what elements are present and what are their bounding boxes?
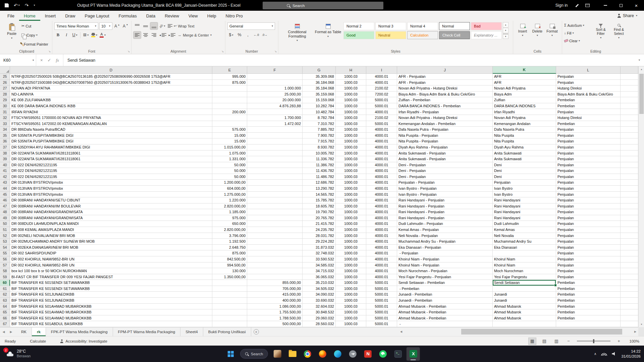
find-select-button[interactable]: Find & Select bbox=[610, 22, 627, 44]
cell-J44[interactable]: Ivan Bystro - Penjualan bbox=[397, 186, 493, 192]
cell-D53[interactable]: DR 002MUCHAMMAD ANDRY SU/NEW BRI MOB bbox=[10, 239, 212, 245]
cell-I50[interactable]: 4000.01 bbox=[366, 221, 397, 227]
cut-button[interactable]: Cut bbox=[21, 22, 48, 30]
cell-E35[interactable]: 15.000 bbox=[212, 133, 247, 139]
telegram-icon[interactable] bbox=[346, 347, 360, 361]
ribbon-tab-home[interactable]: Home bbox=[19, 11, 40, 21]
cell-D50[interactable]: DR 008DUDI LAHMUDIN/PLAZA MANDI bbox=[10, 221, 212, 227]
cell-F44[interactable] bbox=[247, 186, 303, 192]
cell-K30[interactable]: DARA BANCA INDONES bbox=[493, 103, 556, 109]
cell-L26[interactable]: Penjualan bbox=[556, 80, 621, 86]
start-button[interactable] bbox=[224, 347, 237, 361]
cell-J38[interactable]: Anita Sukmawati - Penjualan bbox=[397, 150, 493, 157]
cell-H31[interactable]: 1000.03 bbox=[336, 109, 366, 115]
cell-H30[interactable]: 1000.03 bbox=[336, 103, 366, 109]
cell-K32[interactable]: Novan Adi Priyatna bbox=[493, 115, 556, 121]
cell-J27[interactable]: Novan Adi Priyatna - Hutang Direksi bbox=[397, 85, 493, 92]
cell-J45[interactable]: Ivan Bystro - Penjualan bbox=[397, 192, 493, 198]
cell-G38[interactable]: 10.005.782 bbox=[303, 150, 336, 157]
ribbon-tab-page-layout[interactable]: Page Layout bbox=[80, 11, 114, 21]
cell-K56[interactable]: Khoirul Niam bbox=[493, 256, 556, 262]
zoom-slider-thumb[interactable] bbox=[593, 339, 594, 343]
cell-E27[interactable] bbox=[212, 85, 247, 92]
cell-F61[interactable]: 705.000,00 bbox=[247, 286, 303, 292]
cell-I48[interactable]: 4000.01 bbox=[366, 209, 397, 215]
cell-G63[interactable]: 33.690.032 bbox=[303, 298, 336, 304]
cell-G44[interactable]: 13.290.782 bbox=[303, 186, 336, 192]
row-header-56[interactable]: 56 bbox=[0, 256, 10, 262]
horizontal-scrollbar-track[interactable] bbox=[404, 327, 632, 336]
cell-K50[interactable]: Dudi Lahmudin bbox=[493, 221, 556, 227]
cell-F33[interactable]: 1.472.002 bbox=[247, 121, 303, 127]
row-header-61[interactable]: 61 bbox=[0, 286, 10, 292]
cell-L46[interactable]: Penjualan bbox=[556, 197, 621, 203]
cell-H59[interactable]: 1000.03 bbox=[336, 274, 366, 280]
cell-L47[interactable]: Penjualan bbox=[556, 203, 621, 209]
cell-I53[interactable]: 4000.01 bbox=[366, 239, 397, 245]
redo-button[interactable] bbox=[25, 3, 29, 8]
cell-I43[interactable]: 4000.01 bbox=[366, 180, 397, 186]
cell-K64[interactable]: Ahmad Mubarok bbox=[493, 304, 556, 310]
cell-H40[interactable]: 1000.03 bbox=[336, 162, 366, 168]
cell-style-normal-4[interactable]: Normal 4 bbox=[407, 22, 438, 30]
cell-I33[interactable]: 5000.01 bbox=[366, 121, 397, 127]
cell-H53[interactable]: 1000.03 bbox=[336, 239, 366, 245]
cell-H55[interactable]: 1000.03 bbox=[336, 250, 366, 256]
cell-H38[interactable]: 1000.03 bbox=[336, 150, 366, 157]
clipboard-dialog-launcher[interactable] bbox=[48, 50, 51, 53]
decrease-decimal-button[interactable] bbox=[261, 32, 268, 39]
cell-F64[interactable]: 1.086.000,00 bbox=[247, 304, 303, 310]
cell-J35[interactable]: Nita Puspita - Penjualan bbox=[397, 133, 493, 139]
cell-L48[interactable]: Penjualan bbox=[556, 209, 621, 215]
cell-K57[interactable]: Khoirul Niam bbox=[493, 262, 556, 268]
cell-G47[interactable]: 18.605.782 bbox=[303, 203, 336, 209]
cell-I57[interactable]: 4000.01 bbox=[366, 262, 397, 268]
cell-G52[interactable]: 28.031.782 bbox=[303, 233, 336, 239]
cell-J63[interactable]: Junaedi - Pembelian bbox=[397, 298, 493, 304]
cell-L32[interactable]: Hutang Direksi bbox=[556, 115, 621, 121]
calculate-status[interactable]: Calculate bbox=[30, 339, 46, 343]
cell-J62[interactable]: Junaedi - Pembelian bbox=[397, 292, 493, 298]
page-break-view-button[interactable] bbox=[553, 338, 560, 345]
row-header-25[interactable]: 25 bbox=[0, 74, 10, 80]
name-box[interactable]: K60 bbox=[0, 54, 36, 66]
cell-E62[interactable] bbox=[212, 292, 247, 298]
cell-G43[interactable]: 12.686.782 bbox=[303, 180, 336, 186]
cell-E51[interactable]: 2.820.000,00 bbox=[212, 227, 247, 233]
cell-J33[interactable]: Kemenangan Andalan - Pembelian bbox=[397, 121, 493, 127]
cell-G57[interactable]: 34.585.032 bbox=[303, 262, 336, 268]
cell-K42[interactable]: Deni bbox=[493, 174, 556, 180]
cell-I47[interactable]: 4000.01 bbox=[366, 203, 397, 209]
scroll-left-button[interactable] bbox=[398, 327, 404, 336]
row-header-55[interactable]: 55 bbox=[0, 250, 10, 256]
row-header-41[interactable]: 41 bbox=[0, 168, 10, 174]
cell-E33[interactable] bbox=[212, 121, 247, 127]
copy-button[interactable]: Copy bbox=[21, 31, 48, 39]
cell-H29[interactable]: 1000.03 bbox=[336, 97, 366, 103]
cell-D28[interactable]: ND-LAINNYA bbox=[10, 92, 212, 98]
sheet-tab-4-sheet4[interactable]: Sheet4 bbox=[180, 327, 203, 336]
cell-I31[interactable]: 4000.01 bbox=[366, 109, 397, 115]
cell-style-normal[interactable]: Normal bbox=[439, 22, 470, 30]
cell-L55[interactable]: Penjualan bbox=[556, 250, 621, 256]
cell-D61[interactable]: BIF TRANSFER KE 501SENDI SETIAWANKBB bbox=[10, 286, 212, 292]
cell-L31[interactable]: Penjualan bbox=[556, 109, 621, 115]
formula-input[interactable]: Sendi Setiawan bbox=[63, 54, 635, 66]
row-header-50[interactable]: 50 bbox=[0, 221, 10, 227]
cell-G51[interactable]: 24.235.782 bbox=[303, 227, 336, 233]
cell-D56[interactable]: DR 002 KHOIRUL NIAM/9852-BRI UN bbox=[10, 256, 212, 262]
cell-G37[interactable]: 8.930.782 bbox=[303, 144, 336, 150]
cell-E54[interactable]: 2.648.750 bbox=[212, 245, 247, 251]
row-header-63[interactable]: 63 bbox=[0, 298, 10, 304]
cell-style-good[interactable]: Good bbox=[343, 31, 374, 39]
ribbon-tab-data[interactable]: Data bbox=[142, 11, 160, 21]
cell-E29[interactable] bbox=[212, 97, 247, 103]
gallery-down-button[interactable] bbox=[503, 28, 508, 33]
cell-D27[interactable]: NOVAN ADI PRIYATNA bbox=[10, 85, 212, 92]
cell-I62[interactable]: 5000.01 bbox=[366, 292, 397, 298]
sheet-tab-3-fpm-pt-warna-media-packaging[interactable]: FPM-PT Warna Media Packaging bbox=[113, 327, 181, 336]
cell-J37[interactable]: Diyah Ayu Rahma - Penjualan bbox=[397, 144, 493, 150]
cell-F37[interactable] bbox=[247, 144, 303, 150]
cell-F28[interactable]: 25.000,00 bbox=[247, 92, 303, 98]
cell-I39[interactable]: 4000.01 bbox=[366, 156, 397, 162]
